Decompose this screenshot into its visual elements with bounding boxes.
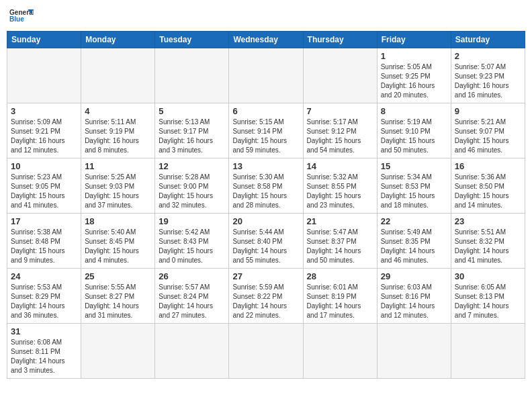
day-cell: 18Sunrise: 5:40 AM Sunset: 8:45 PM Dayli… bbox=[81, 214, 155, 269]
calendar-table: SundayMondayTuesdayWednesdayThursdayFrid… bbox=[7, 31, 525, 379]
header-row: SundayMondayTuesdayWednesdayThursdayFrid… bbox=[7, 32, 525, 48]
day-number: 28 bbox=[307, 271, 373, 281]
day-number: 3 bbox=[11, 106, 77, 116]
week-row-3: 10Sunrise: 5:23 AM Sunset: 9:05 PM Dayli… bbox=[7, 158, 525, 214]
day-number: 12 bbox=[159, 161, 225, 171]
day-info: Sunrise: 5:38 AM Sunset: 8:48 PM Dayligh… bbox=[11, 228, 77, 265]
day-cell: 25Sunrise: 5:55 AM Sunset: 8:27 PM Dayli… bbox=[81, 269, 155, 324]
day-cell: 10Sunrise: 5:23 AM Sunset: 9:05 PM Dayli… bbox=[7, 158, 81, 214]
day-info: Sunrise: 5:13 AM Sunset: 9:17 PM Dayligh… bbox=[159, 118, 225, 155]
day-cell bbox=[303, 48, 377, 103]
day-info: Sunrise: 6:03 AM Sunset: 8:16 PM Dayligh… bbox=[381, 283, 447, 320]
day-number: 7 bbox=[307, 106, 373, 116]
day-info: Sunrise: 5:44 AM Sunset: 8:40 PM Dayligh… bbox=[232, 228, 299, 265]
day-info: Sunrise: 5:32 AM Sunset: 8:55 PM Dayligh… bbox=[307, 173, 373, 210]
day-info: Sunrise: 5:17 AM Sunset: 9:12 PM Dayligh… bbox=[307, 118, 373, 155]
logo-icon: General Blue bbox=[9, 7, 34, 26]
day-number: 27 bbox=[232, 271, 299, 281]
day-number: 19 bbox=[159, 216, 225, 226]
day-number: 23 bbox=[455, 216, 521, 226]
day-info: Sunrise: 5:25 AM Sunset: 9:03 PM Dayligh… bbox=[85, 173, 151, 210]
col-header-saturday: Saturday bbox=[451, 32, 525, 48]
day-cell: 21Sunrise: 5:47 AM Sunset: 8:37 PM Dayli… bbox=[303, 214, 377, 269]
day-number: 31 bbox=[11, 326, 77, 336]
day-cell: 30Sunrise: 6:05 AM Sunset: 8:13 PM Dayli… bbox=[451, 269, 525, 324]
day-cell: 14Sunrise: 5:32 AM Sunset: 8:55 PM Dayli… bbox=[303, 158, 377, 214]
day-cell: 12Sunrise: 5:28 AM Sunset: 9:00 PM Dayli… bbox=[155, 158, 229, 214]
week-row-5: 24Sunrise: 5:53 AM Sunset: 8:29 PM Dayli… bbox=[7, 269, 525, 324]
day-info: Sunrise: 5:23 AM Sunset: 9:05 PM Dayligh… bbox=[11, 173, 77, 210]
day-number: 1 bbox=[381, 51, 447, 61]
col-header-sunday: Sunday bbox=[7, 32, 81, 48]
day-info: Sunrise: 5:59 AM Sunset: 8:22 PM Dayligh… bbox=[232, 283, 299, 320]
day-info: Sunrise: 5:15 AM Sunset: 9:14 PM Dayligh… bbox=[232, 118, 299, 155]
day-cell: 22Sunrise: 5:49 AM Sunset: 8:35 PM Dayli… bbox=[377, 214, 451, 269]
day-info: Sunrise: 5:21 AM Sunset: 9:07 PM Dayligh… bbox=[455, 118, 521, 155]
day-cell: 11Sunrise: 5:25 AM Sunset: 9:03 PM Dayli… bbox=[81, 158, 155, 214]
day-cell bbox=[155, 48, 229, 103]
week-row-2: 3Sunrise: 5:09 AM Sunset: 9:21 PM Daylig… bbox=[7, 103, 525, 158]
day-cell: 19Sunrise: 5:42 AM Sunset: 8:43 PM Dayli… bbox=[155, 214, 229, 269]
day-info: Sunrise: 5:55 AM Sunset: 8:27 PM Dayligh… bbox=[85, 283, 151, 320]
day-cell: 20Sunrise: 5:44 AM Sunset: 8:40 PM Dayli… bbox=[229, 214, 303, 269]
header: General Blue bbox=[7, 7, 525, 26]
day-info: Sunrise: 5:40 AM Sunset: 8:45 PM Dayligh… bbox=[85, 228, 151, 265]
day-info: Sunrise: 5:36 AM Sunset: 8:50 PM Dayligh… bbox=[455, 173, 521, 210]
day-cell: 8Sunrise: 5:19 AM Sunset: 9:10 PM Daylig… bbox=[377, 103, 451, 158]
col-header-friday: Friday bbox=[377, 32, 451, 48]
day-cell: 27Sunrise: 5:59 AM Sunset: 8:22 PM Dayli… bbox=[229, 269, 303, 324]
day-cell bbox=[155, 324, 229, 379]
day-info: Sunrise: 6:05 AM Sunset: 8:13 PM Dayligh… bbox=[455, 283, 521, 320]
day-cell: 9Sunrise: 5:21 AM Sunset: 9:07 PM Daylig… bbox=[451, 103, 525, 158]
day-cell: 4Sunrise: 5:11 AM Sunset: 9:19 PM Daylig… bbox=[81, 103, 155, 158]
day-number: 11 bbox=[85, 161, 151, 171]
col-header-tuesday: Tuesday bbox=[155, 32, 229, 48]
week-row-1: 1Sunrise: 5:05 AM Sunset: 9:25 PM Daylig… bbox=[7, 48, 525, 103]
col-header-wednesday: Wednesday bbox=[229, 32, 303, 48]
day-number: 18 bbox=[85, 216, 151, 226]
day-info: Sunrise: 5:53 AM Sunset: 8:29 PM Dayligh… bbox=[11, 283, 77, 320]
day-info: Sunrise: 5:34 AM Sunset: 8:53 PM Dayligh… bbox=[381, 173, 447, 210]
day-cell: 13Sunrise: 5:30 AM Sunset: 8:58 PM Dayli… bbox=[229, 158, 303, 214]
day-cell: 16Sunrise: 5:36 AM Sunset: 8:50 PM Dayli… bbox=[451, 158, 525, 214]
day-cell: 24Sunrise: 5:53 AM Sunset: 8:29 PM Dayli… bbox=[7, 269, 81, 324]
day-number: 22 bbox=[381, 216, 447, 226]
day-cell: 28Sunrise: 6:01 AM Sunset: 8:19 PM Dayli… bbox=[303, 269, 377, 324]
day-info: Sunrise: 5:42 AM Sunset: 8:43 PM Dayligh… bbox=[159, 228, 225, 265]
day-cell: 23Sunrise: 5:51 AM Sunset: 8:32 PM Dayli… bbox=[451, 214, 525, 269]
day-cell bbox=[303, 324, 377, 379]
day-info: Sunrise: 5:11 AM Sunset: 9:19 PM Dayligh… bbox=[85, 118, 151, 155]
day-number: 29 bbox=[381, 271, 447, 281]
day-number: 25 bbox=[85, 271, 151, 281]
day-info: Sunrise: 5:09 AM Sunset: 9:21 PM Dayligh… bbox=[11, 118, 77, 155]
day-cell bbox=[229, 324, 303, 379]
day-info: Sunrise: 5:07 AM Sunset: 9:23 PM Dayligh… bbox=[455, 62, 521, 100]
day-info: Sunrise: 5:19 AM Sunset: 9:10 PM Dayligh… bbox=[381, 118, 447, 155]
week-row-6: 31Sunrise: 6:08 AM Sunset: 8:11 PM Dayli… bbox=[7, 324, 525, 379]
day-number: 16 bbox=[455, 161, 521, 171]
col-header-monday: Monday bbox=[81, 32, 155, 48]
svg-text:Blue: Blue bbox=[9, 15, 24, 23]
logo: General Blue bbox=[9, 7, 36, 26]
day-number: 4 bbox=[85, 106, 151, 116]
day-cell bbox=[451, 324, 525, 379]
day-cell: 17Sunrise: 5:38 AM Sunset: 8:48 PM Dayli… bbox=[7, 214, 81, 269]
day-cell bbox=[81, 324, 155, 379]
day-cell bbox=[7, 48, 81, 103]
day-info: Sunrise: 5:49 AM Sunset: 8:35 PM Dayligh… bbox=[381, 228, 447, 265]
week-row-4: 17Sunrise: 5:38 AM Sunset: 8:48 PM Dayli… bbox=[7, 214, 525, 269]
day-number: 5 bbox=[159, 106, 225, 116]
day-info: Sunrise: 6:01 AM Sunset: 8:19 PM Dayligh… bbox=[307, 283, 373, 320]
col-header-thursday: Thursday bbox=[303, 32, 377, 48]
day-cell: 15Sunrise: 5:34 AM Sunset: 8:53 PM Dayli… bbox=[377, 158, 451, 214]
day-info: Sunrise: 5:47 AM Sunset: 8:37 PM Dayligh… bbox=[307, 228, 373, 265]
day-cell: 5Sunrise: 5:13 AM Sunset: 9:17 PM Daylig… bbox=[155, 103, 229, 158]
day-cell: 6Sunrise: 5:15 AM Sunset: 9:14 PM Daylig… bbox=[229, 103, 303, 158]
day-number: 17 bbox=[11, 216, 77, 226]
day-cell: 26Sunrise: 5:57 AM Sunset: 8:24 PM Dayli… bbox=[155, 269, 229, 324]
day-cell: 3Sunrise: 5:09 AM Sunset: 9:21 PM Daylig… bbox=[7, 103, 81, 158]
day-info: Sunrise: 5:05 AM Sunset: 9:25 PM Dayligh… bbox=[381, 62, 447, 100]
day-cell: 31Sunrise: 6:08 AM Sunset: 8:11 PM Dayli… bbox=[7, 324, 81, 379]
day-info: Sunrise: 5:51 AM Sunset: 8:32 PM Dayligh… bbox=[455, 228, 521, 265]
day-number: 26 bbox=[159, 271, 225, 281]
